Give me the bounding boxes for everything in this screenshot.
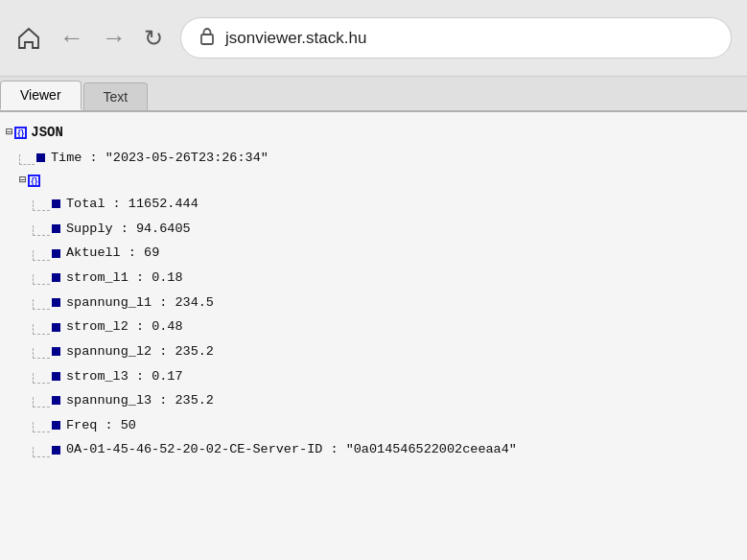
field-row: Total : 11652.444 [6, 192, 741, 217]
field-value: 0.18 [152, 266, 182, 291]
viewer-content: ⊟ {} JSON Time : "2023-05-26T23:26:34" ⊟… [0, 112, 747, 560]
field-dot-icon [52, 224, 60, 233]
field-dot-icon [52, 199, 60, 208]
field-value: "0a014546522002ceeaa4" [346, 437, 517, 462]
field-separator: : [113, 217, 136, 242]
field-separator: : [97, 413, 120, 438]
forward-button[interactable]: → [102, 23, 127, 53]
field-dot-icon [52, 446, 60, 455]
field-key: spannung_l2 [66, 339, 152, 364]
root-label: JSON [31, 120, 63, 146]
back-button[interactable]: ← [59, 23, 84, 53]
field-row: spannung_l2 : 235.2 [6, 339, 741, 364]
field-dot-icon [52, 396, 60, 405]
field-value: 235.2 [175, 388, 214, 413]
field-separator: : [128, 364, 152, 389]
field-separator: : [105, 192, 128, 217]
lock-icon [198, 26, 216, 50]
home-button[interactable] [15, 25, 42, 52]
object-node: ⊟ {} [6, 170, 741, 192]
field-value: 235.2 [175, 339, 214, 364]
field-key: Freq [66, 413, 97, 438]
object-toggle[interactable]: ⊟ [19, 170, 26, 192]
field-row: strom_l3 : 0.17 [6, 364, 741, 389]
field-value: 50 [121, 413, 136, 438]
time-key: Time [51, 146, 82, 171]
field-dot-icon [52, 421, 60, 430]
field-separator: : [121, 241, 144, 266]
field-row: Supply : 94.6405 [6, 217, 741, 242]
time-value: "2023-05-26T23:26:34" [105, 146, 268, 171]
field-value: 94.6405 [136, 217, 191, 242]
field-key: Total [66, 192, 105, 217]
field-separator: : [128, 266, 152, 291]
root-brace-icon: {} [14, 127, 27, 139]
reload-button[interactable]: ↻ [144, 25, 163, 52]
field-separator: : [152, 339, 175, 364]
field-value: 0.17 [152, 364, 182, 389]
field-separator: : [152, 388, 175, 413]
address-bar[interactable]: jsonviewer.stack.hu [180, 17, 732, 58]
field-dot-icon [52, 347, 60, 356]
field-value: 234.5 [175, 291, 214, 315]
url-text: jsonviewer.stack.hu [225, 29, 366, 48]
root-node: ⊟ {} JSON [6, 120, 741, 146]
browser-toolbar: ← → ↻ jsonviewer.stack.hu [0, 0, 747, 77]
field-dot-icon [52, 323, 60, 332]
tab-viewer[interactable]: Viewer [0, 81, 82, 110]
tab-bar: Viewer Text [0, 77, 747, 112]
time-dot-icon [36, 153, 45, 162]
tab-text[interactable]: Text [83, 82, 149, 110]
field-key: spannung_l1 [66, 291, 152, 315]
field-key: strom_l2 [66, 315, 128, 339]
field-key: Aktuell [66, 241, 121, 266]
field-row: spannung_l1 : 234.5 [6, 291, 741, 315]
field-row: Freq : 50 [6, 413, 741, 438]
field-key: 0A-01-45-46-52-20-02-CE-Server-ID [66, 437, 322, 462]
field-value: 69 [144, 241, 159, 266]
field-key: strom_l3 [66, 364, 128, 389]
field-key: strom_l1 [66, 266, 128, 291]
field-row: spannung_l3 : 235.2 [6, 388, 741, 413]
svg-rect-0 [201, 35, 213, 44]
field-key: spannung_l3 [66, 388, 152, 413]
field-separator: : [322, 437, 345, 462]
field-dot-icon [52, 273, 60, 282]
field-value: 0.48 [152, 315, 182, 339]
field-dot-icon [52, 372, 60, 381]
field-dot-icon [52, 249, 60, 258]
root-toggle[interactable]: ⊟ [6, 122, 12, 144]
field-row: Aktuell : 69 [6, 241, 741, 266]
field-separator: : [128, 315, 152, 339]
field-row: 0A-01-45-46-52-20-02-CE-Server-ID : "0a0… [6, 437, 741, 462]
field-separator: : [152, 291, 175, 315]
field-key: Supply [66, 217, 113, 242]
field-dot-icon [52, 298, 60, 307]
field-row: strom_l1 : 0.18 [6, 266, 741, 291]
time-row: Time : "2023-05-26T23:26:34" [6, 146, 741, 171]
fields-container: Total : 11652.444 Supply : 94.6405 Aktue… [6, 192, 741, 462]
field-row: strom_l2 : 0.48 [6, 315, 741, 339]
object-brace-icon: {} [28, 175, 40, 187]
time-separator: : [82, 146, 105, 171]
field-value: 11652.444 [128, 192, 198, 217]
